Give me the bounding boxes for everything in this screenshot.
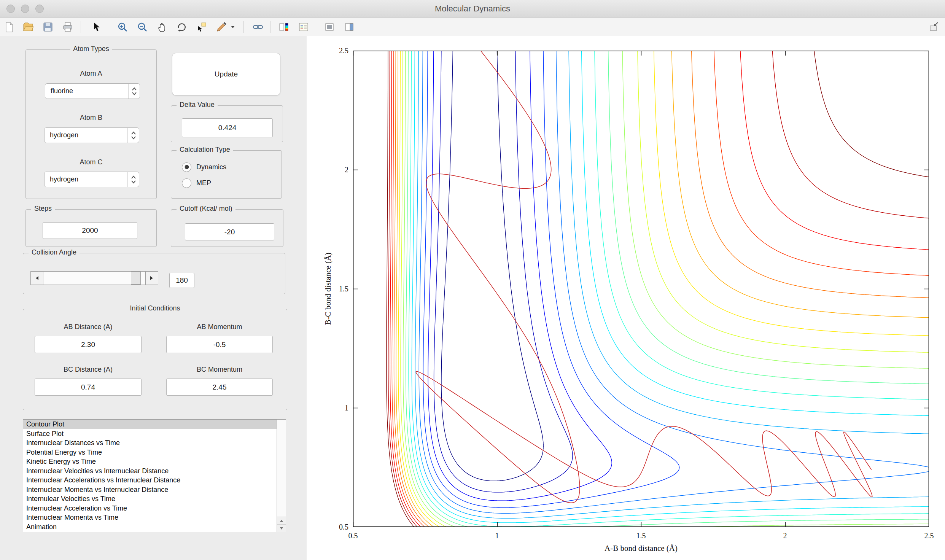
hide-plot-tools-button[interactable] — [321, 19, 338, 35]
list-item-animation[interactable]: Animation — [23, 522, 277, 532]
atom-a-label: Atom A — [26, 70, 156, 78]
toolbar-separator — [81, 21, 81, 33]
bc-momentum-label: BC Momentum — [166, 366, 273, 374]
x-tick-label: 2.5 — [924, 531, 934, 540]
y-tick-label: 2 — [345, 165, 348, 174]
bc-distance-input[interactable] — [35, 379, 142, 396]
bc-distance-label: BC Distance (A) — [35, 366, 142, 374]
save-figure-button[interactable] — [40, 19, 56, 35]
toolbar-separator — [316, 21, 316, 33]
atom-c-value: hydrogen — [45, 175, 127, 183]
atom-a-dropdown[interactable]: fluorine — [45, 83, 140, 99]
insert-legend-icon — [298, 21, 309, 33]
update-button[interactable]: Update — [172, 53, 280, 95]
radio-mep-label: MEP — [196, 179, 211, 187]
zoom-out-icon — [137, 21, 148, 33]
dropdown-stepper-icon — [128, 84, 140, 99]
brush-icon — [216, 21, 227, 33]
listbox-scrollbar[interactable] — [277, 420, 286, 532]
insert-legend-button[interactable] — [295, 19, 312, 35]
delta-value-input[interactable] — [182, 118, 273, 137]
pan-button[interactable] — [154, 19, 170, 35]
initial-conditions-title: Initial Conditions — [127, 304, 183, 312]
dock-figure-button[interactable] — [925, 19, 942, 35]
collision-angle-title: Collision Angle — [29, 248, 80, 256]
cutoff-input[interactable] — [185, 223, 274, 240]
open-file-button[interactable] — [20, 19, 37, 35]
list-item-surface-plot[interactable]: Surface Plot — [23, 429, 277, 439]
slider-left-arrow[interactable] — [30, 271, 43, 285]
list-item[interactable]: Internuclear Momenta vs Internuclear Dis… — [23, 485, 277, 495]
list-item-contour-plot[interactable]: Contour Plot — [23, 420, 277, 429]
radio-mep-circle[interactable] — [182, 178, 191, 188]
list-item[interactable]: Internuclear Momenta vs Time — [23, 513, 277, 522]
show-plot-tools-icon — [344, 21, 355, 33]
ab-momentum-label: AB Momentum — [166, 323, 273, 331]
ab-distance-label: AB Distance (A) — [35, 323, 142, 331]
steps-input[interactable] — [43, 222, 137, 239]
data-cursor-button[interactable] — [193, 19, 210, 35]
atom-types-title: Atom Types — [70, 45, 112, 53]
plot-axes: 0.5 1 1.5 2 2.5 2.5 2 1.5 1 0.5 A-B bond… — [353, 51, 929, 527]
list-item[interactable]: Kinetic Energy vs Time — [23, 457, 277, 466]
scroll-down-button[interactable] — [277, 524, 286, 532]
list-item[interactable]: Internuclear Distances vs Time — [23, 438, 277, 448]
radio-dynamics-circle[interactable] — [182, 162, 191, 172]
rotate-3d-button[interactable] — [173, 19, 190, 35]
print-icon — [62, 21, 73, 33]
insert-colorbar-button[interactable] — [275, 19, 292, 35]
title-bar: Molecular Dynamics — [0, 0, 945, 18]
steps-panel: Steps — [25, 209, 157, 247]
bc-momentum-input[interactable] — [166, 379, 273, 396]
list-item[interactable]: Potential Energy vs Time — [23, 448, 277, 457]
show-plot-tools-button[interactable] — [341, 19, 358, 35]
toolbar-separator — [109, 21, 109, 33]
ab-momentum-input[interactable] — [166, 336, 273, 353]
y-tick-label: 1 — [345, 404, 348, 412]
collision-angle-input[interactable] — [169, 273, 194, 288]
delta-value-title: Delta Value — [177, 101, 218, 109]
zoom-out-button[interactable] — [134, 19, 151, 35]
pan-hand-icon — [156, 21, 168, 33]
brush-menu-caret-icon — [230, 24, 235, 30]
rotate-3d-icon — [176, 21, 188, 33]
radio-dynamics[interactable]: Dynamics — [182, 161, 226, 173]
toolbar-separator — [270, 21, 270, 33]
contour-plot-canvas[interactable] — [353, 51, 929, 527]
ab-distance-input[interactable] — [35, 336, 142, 353]
atom-c-label: Atom C — [26, 158, 156, 166]
list-item[interactable]: Internuclear Acceleration vs Time — [23, 504, 277, 513]
y-tick-label: 1.5 — [339, 285, 348, 293]
dropdown-stepper-icon — [127, 128, 139, 143]
slider-track[interactable] — [43, 271, 145, 285]
save-icon — [42, 21, 54, 33]
atom-c-dropdown[interactable]: hydrogen — [44, 172, 139, 187]
up-triangle-icon — [280, 519, 283, 522]
figure-toolbar — [0, 18, 945, 36]
radio-mep[interactable]: MEP — [182, 177, 211, 189]
new-figure-button[interactable] — [1, 19, 18, 35]
list-item[interactable]: Internuclear Accelerations vs Internucle… — [23, 476, 277, 485]
calculation-type-title: Calculation Type — [177, 146, 233, 154]
print-figure-button[interactable] — [59, 19, 76, 35]
steps-title: Steps — [31, 205, 55, 213]
slider-thumb[interactable] — [131, 272, 141, 285]
list-item[interactable]: Internulear Velocities vs Time — [23, 494, 277, 504]
hide-plot-tools-icon — [324, 21, 335, 33]
list-item[interactable]: Internuclear Velocities vs Internuclear … — [23, 466, 277, 476]
slider-right-arrow[interactable] — [145, 271, 158, 285]
atom-a-value: fluorine — [45, 87, 128, 95]
brush-button[interactable] — [213, 19, 230, 35]
plot-type-listbox: Contour Plot Surface Plot Internuclear D… — [23, 419, 286, 532]
brush-menu-button[interactable] — [228, 19, 237, 35]
link-plot-button[interactable] — [250, 19, 266, 35]
collision-angle-slider[interactable] — [30, 271, 158, 285]
zoom-in-button[interactable] — [114, 19, 131, 35]
atom-b-dropdown[interactable]: hydrogen — [44, 127, 139, 143]
delta-value-panel: Delta Value — [171, 105, 283, 142]
atom-b-value: hydrogen — [45, 131, 127, 139]
scroll-up-button[interactable] — [277, 517, 286, 524]
right-triangle-icon — [150, 275, 154, 281]
y-axis-label: B-C bond distance (Å) — [323, 253, 333, 325]
edit-pointer-button[interactable] — [88, 19, 104, 35]
